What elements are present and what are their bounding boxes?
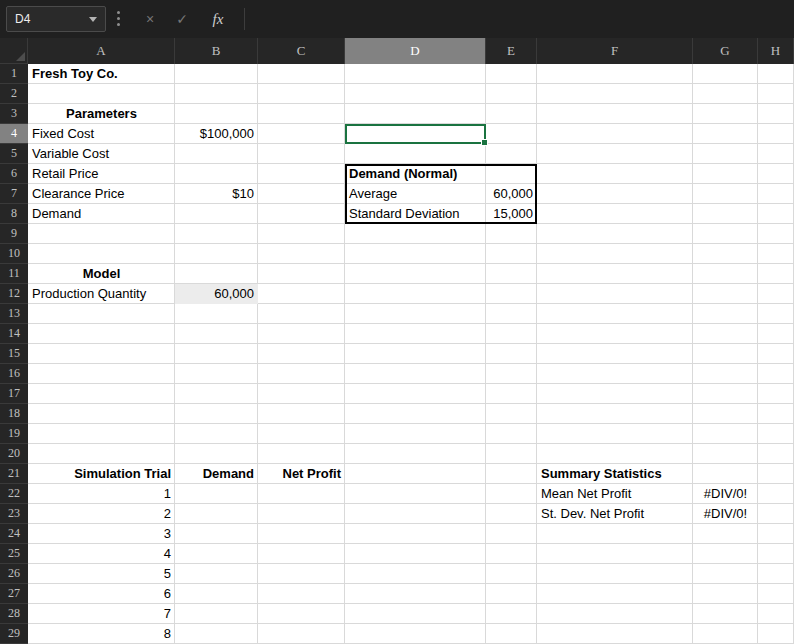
cell-A12[interactable]: Production Quantity <box>28 284 175 304</box>
column-header-H[interactable]: H <box>758 38 794 64</box>
row-header-23[interactable]: 23 <box>0 504 28 524</box>
row-header-6[interactable]: 6 <box>0 164 28 184</box>
cell-grid[interactable]: Fresh Toy Co.ParametersFixed Cost$100,00… <box>28 64 794 644</box>
row-header-27[interactable]: 27 <box>0 584 28 604</box>
cell-A25[interactable]: 4 <box>28 544 175 564</box>
row-header-20[interactable]: 20 <box>0 444 28 464</box>
active-cell-selection <box>345 124 486 144</box>
gridline <box>28 423 794 424</box>
column-header-F[interactable]: F <box>537 38 693 64</box>
cell-F21[interactable]: Summary Statistics <box>537 464 693 484</box>
select-all-corner[interactable] <box>0 38 28 64</box>
row-header-8[interactable]: 8 <box>0 204 28 224</box>
chevron-down-icon[interactable] <box>89 17 97 22</box>
cell-F22[interactable]: Mean Net Profit <box>537 484 693 504</box>
row-header-1[interactable]: 1 <box>0 64 28 84</box>
cell-A22[interactable]: 1 <box>28 484 175 504</box>
row-header-16[interactable]: 16 <box>0 364 28 384</box>
gridline <box>536 64 537 644</box>
cell-A5[interactable]: Variable Cost <box>28 144 175 164</box>
cell-D6[interactable]: Demand (Normal) <box>345 164 486 184</box>
column-header-B[interactable]: B <box>175 38 258 64</box>
name-box-value: D4 <box>15 12 30 26</box>
row-header-7[interactable]: 7 <box>0 184 28 204</box>
row-header-14[interactable]: 14 <box>0 324 28 344</box>
spreadsheet-app: D4 × ✓ fx ABCDEFGH 123456789101112131415… <box>0 0 794 644</box>
gridline <box>28 363 794 364</box>
cell-A26[interactable]: 5 <box>28 564 175 584</box>
insert-function-icon[interactable]: fx <box>202 6 234 32</box>
cell-A21[interactable]: Simulation Trial <box>28 464 175 484</box>
cell-A24[interactable]: 3 <box>28 524 175 544</box>
cell-A28[interactable]: 7 <box>28 604 175 624</box>
gridline <box>692 64 693 644</box>
cell-A29[interactable]: 8 <box>28 624 175 644</box>
row-header-11[interactable]: 11 <box>0 264 28 284</box>
cell-F23[interactable]: St. Dev. Net Profit <box>537 504 693 524</box>
gridline <box>28 323 794 324</box>
gridline <box>257 64 258 644</box>
gridline <box>28 443 794 444</box>
cell-E8[interactable]: 15,000 <box>486 204 537 224</box>
gridline <box>28 383 794 384</box>
row-header-10[interactable]: 10 <box>0 244 28 264</box>
row-header-21[interactable]: 21 <box>0 464 28 484</box>
row-header-22[interactable]: 22 <box>0 484 28 504</box>
formula-input[interactable] <box>245 0 794 38</box>
cell-A23[interactable]: 2 <box>28 504 175 524</box>
cell-A8[interactable]: Demand <box>28 204 175 224</box>
column-header-A[interactable]: A <box>28 38 175 64</box>
enter-icon[interactable]: ✓ <box>168 6 196 32</box>
cell-B4[interactable]: $100,000 <box>175 124 258 144</box>
row-header-26[interactable]: 26 <box>0 564 28 584</box>
cell-E7[interactable]: 60,000 <box>486 184 537 204</box>
cell-A11[interactable]: Model <box>28 264 175 284</box>
formula-bar: D4 × ✓ fx <box>0 0 794 38</box>
row-header-4[interactable]: 4 <box>0 124 28 144</box>
row-header-3[interactable]: 3 <box>0 104 28 124</box>
cell-B12[interactable]: 60,000 <box>175 284 258 304</box>
cell-A3[interactable]: Parameters <box>28 104 175 124</box>
gridline <box>344 64 345 644</box>
row-header-12[interactable]: 12 <box>0 284 28 304</box>
gridline <box>28 343 794 344</box>
cell-D7[interactable]: Average <box>345 184 486 204</box>
cell-A1[interactable]: Fresh Toy Co. <box>28 64 175 84</box>
gridline <box>28 243 794 244</box>
row-header-29[interactable]: 29 <box>0 624 28 644</box>
cell-C21[interactable]: Net Profit <box>258 464 345 484</box>
cell-A7[interactable]: Clearance Price <box>28 184 175 204</box>
row-header-19[interactable]: 19 <box>0 424 28 444</box>
row-header-18[interactable]: 18 <box>0 404 28 424</box>
row-header-28[interactable]: 28 <box>0 604 28 624</box>
gridline <box>28 403 794 404</box>
column-header-D[interactable]: D <box>345 38 486 64</box>
column-header-G[interactable]: G <box>693 38 758 64</box>
row-header-17[interactable]: 17 <box>0 384 28 404</box>
cell-D8[interactable]: Standard Deviation <box>345 204 486 224</box>
column-header-E[interactable]: E <box>486 38 537 64</box>
row-header-5[interactable]: 5 <box>0 144 28 164</box>
cell-A4[interactable]: Fixed Cost <box>28 124 175 144</box>
worksheet: ABCDEFGH 1234567891011121314151617181920… <box>0 38 794 644</box>
column-header-C[interactable]: C <box>258 38 345 64</box>
row-header-25[interactable]: 25 <box>0 544 28 564</box>
cell-G22[interactable]: #DIV/0! <box>693 484 758 504</box>
cell-A27[interactable]: 6 <box>28 584 175 604</box>
gridline <box>757 64 758 644</box>
cancel-icon[interactable]: × <box>136 6 164 32</box>
row-header-15[interactable]: 15 <box>0 344 28 364</box>
cell-A6[interactable]: Retail Price <box>28 164 175 184</box>
cell-B21[interactable]: Demand <box>175 464 258 484</box>
gridline <box>485 64 486 644</box>
vertical-dots-icon[interactable] <box>117 11 120 26</box>
row-header-24[interactable]: 24 <box>0 524 28 544</box>
row-header-13[interactable]: 13 <box>0 304 28 324</box>
row-header-2[interactable]: 2 <box>0 84 28 104</box>
cell-B7[interactable]: $10 <box>175 184 258 204</box>
name-box[interactable]: D4 <box>6 6 106 32</box>
row-header-9[interactable]: 9 <box>0 224 28 244</box>
cell-G23[interactable]: #DIV/0! <box>693 504 758 524</box>
